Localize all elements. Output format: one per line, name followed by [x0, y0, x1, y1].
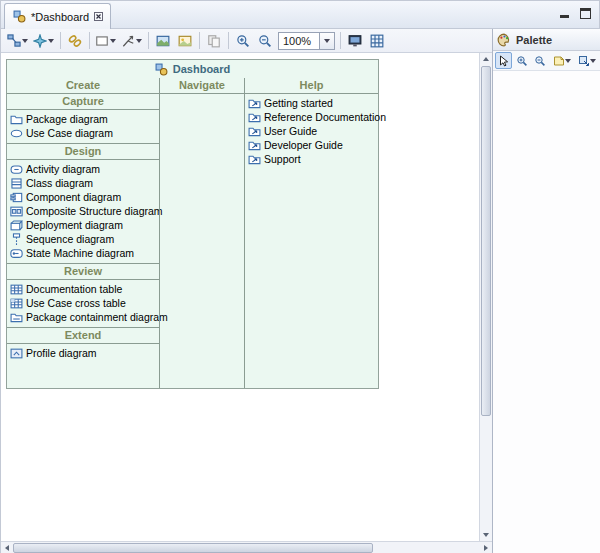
maximize-button[interactable]: [580, 8, 591, 19]
table-icon: [10, 283, 23, 296]
wizard-menu-icon: [33, 34, 47, 48]
image-icon: [178, 34, 192, 48]
toolbar-separator: [228, 32, 229, 49]
nav-folder-icon: [248, 111, 261, 124]
toolbar-separator: [148, 32, 149, 49]
zoom-out-button[interactable]: [254, 31, 276, 51]
list-item-class-diagram[interactable]: Class diagram: [7, 176, 159, 190]
list-item-profile-diagram[interactable]: Profile diagram: [7, 346, 159, 360]
activity-icon: [10, 163, 23, 176]
horizontal-scrollbar-thumb[interactable]: [13, 543, 373, 553]
list-item-package-containment-diagram[interactable]: Package containment diagram: [7, 310, 159, 324]
chevron-down-icon: [48, 37, 55, 44]
marker-tool-icon: [577, 54, 590, 68]
application-window: *Dashboard: [0, 0, 600, 553]
shape-tool-button[interactable]: [93, 31, 119, 51]
zoom-out-icon: [534, 54, 547, 68]
screen-capture-icon: [348, 34, 362, 48]
copy-button[interactable]: [203, 31, 225, 51]
snapshot-icon: [156, 34, 170, 48]
list-item-usecase-diagram[interactable]: Use Case diagram: [7, 126, 159, 140]
zoom-in-button[interactable]: [232, 31, 254, 51]
chevron-down-icon: [590, 57, 597, 64]
dashboard-title-row: Dashboard: [7, 60, 378, 78]
extend-section: Profile diagram: [7, 344, 159, 363]
toolbar-separator: [340, 32, 341, 49]
editor-tab-bar: *Dashboard: [1, 1, 599, 29]
grid-button[interactable]: [366, 31, 388, 51]
diagram-canvas[interactable]: Dashboard Create Capture Package diagram: [1, 53, 479, 541]
help-column: Help Getting started Reference Documenta…: [244, 78, 378, 388]
statemachine-icon: [10, 247, 23, 260]
list-item-support[interactable]: Support: [245, 152, 378, 166]
table-icon: [10, 297, 23, 310]
list-item-composite-structure-diagram[interactable]: Composite Structure diagram: [7, 204, 159, 218]
deployment-icon: [10, 219, 23, 232]
note-tool-icon: [552, 54, 565, 68]
navigate-column: Navigate: [159, 78, 244, 388]
dashboard-widget: Dashboard Create Capture Package diagram: [6, 59, 379, 389]
diagrams-menu-button[interactable]: [5, 31, 31, 51]
list-item-developer-guide[interactable]: Developer Guide: [245, 138, 378, 152]
toolbar-separator: [199, 32, 200, 49]
ellipse-icon: [10, 127, 23, 140]
wizard-menu-button[interactable]: [31, 31, 57, 51]
list-item-package-diagram[interactable]: Package diagram: [7, 112, 159, 126]
snapshot-button[interactable]: [152, 31, 174, 51]
chevron-down-icon: [136, 37, 143, 44]
list-item-documentation-table[interactable]: Documentation table: [7, 282, 159, 296]
select-tool-button[interactable]: [495, 52, 512, 69]
palette-header[interactable]: Palette: [493, 29, 600, 51]
extend-section-header: Extend: [7, 328, 159, 344]
class-icon: [10, 177, 23, 190]
hyperlink-button[interactable]: [64, 31, 86, 51]
marker-tool-button[interactable]: [575, 52, 599, 69]
scroll-left-button[interactable]: [1, 542, 13, 553]
list-item-sequence-diagram[interactable]: Sequence diagram: [7, 232, 159, 246]
tab-close-icon[interactable]: [94, 12, 103, 21]
zoom-level-combo: 100%: [278, 32, 335, 50]
minimize-button[interactable]: [559, 8, 570, 19]
help-items: Getting started Reference Documentation …: [245, 94, 378, 169]
list-item-user-guide[interactable]: User Guide: [245, 124, 378, 138]
create-column-header: Create: [7, 78, 159, 94]
palette-collapse-icon[interactable]: [589, 35, 597, 45]
design-section-header: Design: [7, 144, 159, 160]
list-item-usecase-cross-table[interactable]: Use Case cross table: [7, 296, 159, 310]
nav-folder-icon: [248, 139, 261, 152]
zoom-level-dropdown[interactable]: [320, 32, 335, 50]
list-item-statemachine-diagram[interactable]: State Machine diagram: [7, 246, 159, 260]
zoom-level-input[interactable]: 100%: [278, 32, 320, 50]
main-toolbar: 100%: [1, 29, 493, 53]
palette-zoom-out-button[interactable]: [532, 52, 549, 69]
scroll-up-button[interactable]: [480, 53, 492, 65]
dashboard-tab-icon: [12, 10, 26, 24]
toolbar-separator: [60, 32, 61, 49]
image-export-button[interactable]: [174, 31, 196, 51]
list-item-reference-documentation[interactable]: Reference Documentation: [245, 110, 378, 124]
palette-zoom-in-button[interactable]: [513, 52, 530, 69]
note-tool-button[interactable]: [550, 52, 574, 69]
list-item-component-diagram[interactable]: Component diagram: [7, 190, 159, 204]
tab-dashboard[interactable]: *Dashboard: [4, 3, 111, 29]
list-item-activity-diagram[interactable]: Activity diagram: [7, 162, 159, 176]
chevron-down-icon: [324, 37, 331, 44]
connector-tool-button[interactable]: [119, 31, 145, 51]
scroll-right-button[interactable]: [480, 542, 492, 553]
list-item-getting-started[interactable]: Getting started: [245, 96, 378, 110]
capture-section: Package diagram Use Case diagram: [7, 110, 159, 144]
hyperlink-icon: [68, 34, 82, 48]
review-section-header: Review: [7, 264, 159, 280]
horizontal-scrollbar[interactable]: [1, 541, 492, 553]
vertical-scrollbar[interactable]: [479, 53, 492, 541]
chevron-down-icon: [565, 57, 572, 64]
capture-section-header: Capture: [7, 94, 159, 110]
list-item-deployment-diagram[interactable]: Deployment diagram: [7, 218, 159, 232]
component-icon: [10, 191, 23, 204]
scroll-down-button[interactable]: [480, 529, 492, 541]
chevron-down-icon: [110, 37, 117, 44]
help-column-header: Help: [245, 78, 378, 94]
composite-icon: [10, 205, 23, 218]
screen-capture-button[interactable]: [344, 31, 366, 51]
vertical-scrollbar-thumb[interactable]: [481, 66, 491, 416]
